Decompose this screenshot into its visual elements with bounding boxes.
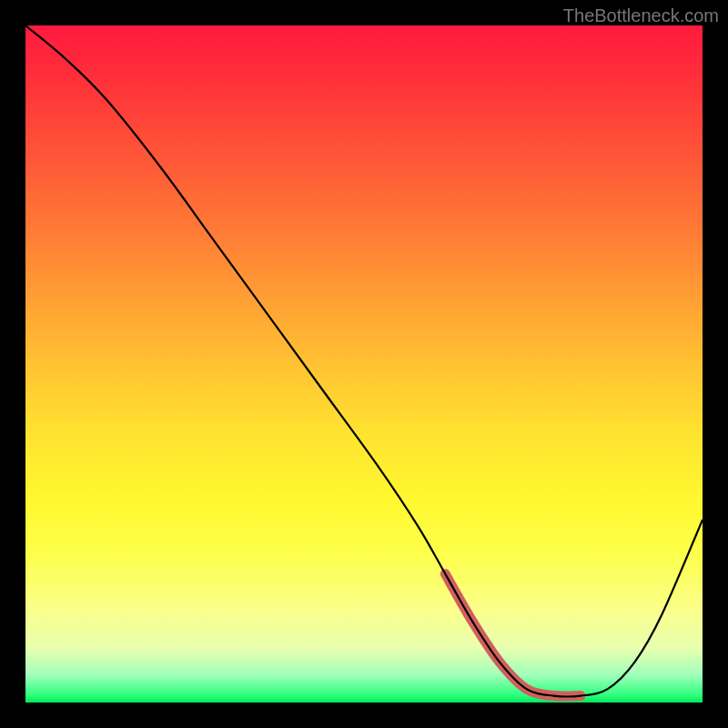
plot-area — [25, 25, 703, 703]
bottleneck-curve-svg — [25, 25, 703, 703]
curve-main — [25, 25, 703, 696]
watermark-text: TheBottleneck.com — [563, 5, 719, 26]
